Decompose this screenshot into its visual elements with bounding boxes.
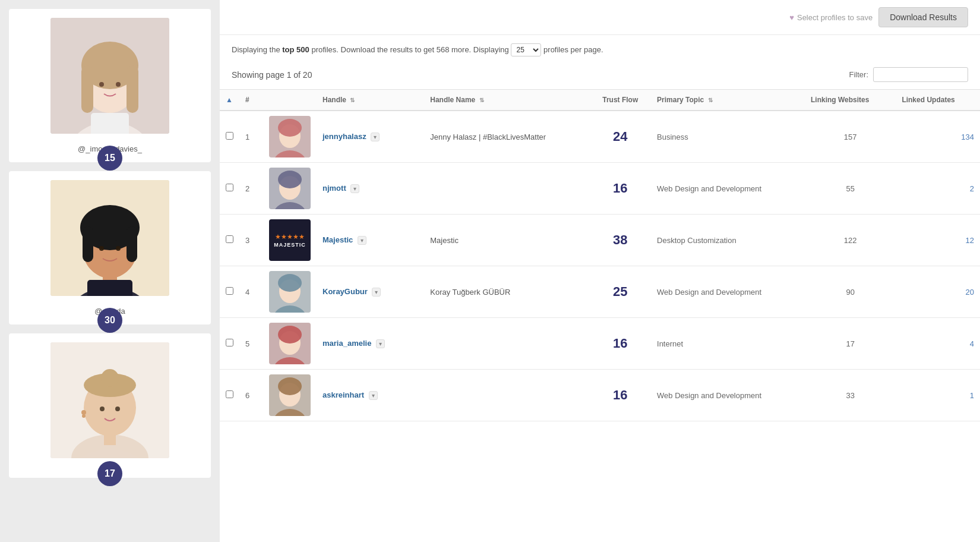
row-checkbox-4[interactable] (226, 287, 233, 295)
handle-dropdown-5[interactable]: ▾ (376, 339, 385, 348)
svg-rect-6 (127, 65, 138, 113)
row-checkbox-2[interactable] (226, 184, 233, 191)
download-results-button[interactable]: Download Results (878, 7, 968, 27)
row-primary-topic: Business (651, 111, 805, 163)
row-avatar-cell (263, 318, 317, 370)
row-handle-cell: KorayGubur ▾ (317, 266, 424, 318)
svg-point-48 (278, 326, 302, 344)
linked-updates-link-3[interactable]: 12 (966, 236, 974, 245)
svg-rect-16 (83, 226, 93, 262)
handle-link-4[interactable]: KorayGubur (323, 287, 368, 296)
col-sort[interactable]: ▲ (220, 90, 239, 111)
svg-rect-18 (87, 280, 132, 296)
handle-link-5[interactable]: maria_amelie (323, 339, 371, 348)
score-badge-1: 15 (97, 146, 122, 171)
row-handle-cell: Majestic ▾ (317, 215, 424, 266)
svg-rect-7 (91, 113, 129, 134)
row-checkbox-1[interactable] (226, 132, 233, 140)
row-linking-websites: 157 (805, 111, 896, 163)
row-checkbox-5[interactable] (226, 339, 233, 346)
row-handle-name (424, 318, 589, 370)
handle-link-1[interactable]: jennyhalasz (323, 132, 366, 141)
results-table-container: ▲ # Handle ⇅ Handle Name ⇅ Trust Flow Pr… (220, 89, 980, 421)
table-row: 5 maria_amelie ▾ 16 Internet 17 4 (220, 318, 980, 370)
row-checkbox-cell (220, 318, 239, 370)
svg-point-30 (115, 406, 120, 411)
handle-link-2[interactable]: njmott (323, 184, 346, 193)
svg-point-44 (278, 274, 302, 292)
primary-topic-sort-icon: ⇅ (708, 97, 713, 103)
row-avatar-cell (263, 111, 317, 163)
linked-updates-link-6[interactable]: 1 (970, 391, 974, 400)
row-linking-websites: 17 (805, 318, 896, 370)
handle-dropdown-4[interactable]: ▾ (372, 288, 381, 297)
table-row: 4 KorayGubur ▾ Koray Tuğberk GÜBÜR 25 We… (220, 266, 980, 318)
filter-area: Filter: (849, 67, 969, 82)
select-profiles-button[interactable]: ♥ Select profiles to save (789, 13, 872, 22)
row-rank: 2 (239, 163, 263, 215)
majestic-text: MAJESTIC (274, 242, 306, 248)
row-linking-websites: 122 (805, 215, 896, 266)
page-info-bar: Showing page 1 of 20 Filter: (220, 62, 980, 89)
handle-dropdown-3[interactable]: ▾ (358, 236, 366, 245)
handle-dropdown-1[interactable]: ▾ (371, 133, 380, 141)
main-content: ♥ Select profiles to save Download Resul… (220, 0, 980, 542)
profile-card-2: 30 @aleyda (9, 171, 211, 324)
info-bar: Displaying the top 500 profiles. Downloa… (220, 35, 980, 62)
avatar-3 (50, 342, 169, 458)
row-rank: 3 (239, 215, 263, 266)
majestic-logo: ★★★★★ MAJESTIC (269, 219, 311, 261)
row-handle-name: Koray Tuğberk GÜBÜR (424, 266, 589, 318)
row-checkbox-cell (220, 266, 239, 318)
handle-link-3[interactable]: Majestic (323, 235, 353, 244)
row-primary-topic: Internet (651, 318, 805, 370)
linked-updates-link-4[interactable]: 20 (966, 288, 974, 297)
col-primary-topic[interactable]: Primary Topic ⇅ (651, 90, 805, 111)
handle-dropdown-2[interactable]: ▾ (350, 184, 359, 193)
score-badge-2: 30 (97, 308, 122, 333)
row-rank: 1 (239, 111, 263, 163)
row-linked-updates: 20 (896, 266, 980, 318)
majestic-stars: ★★★★★ (275, 233, 305, 241)
profile-card-1: 15 @_imogendavies_ (9, 9, 211, 162)
handle-sort-icon: ⇅ (350, 97, 355, 103)
svg-rect-5 (81, 65, 93, 113)
row-handle-name: Majestic (424, 215, 589, 266)
svg-point-29 (100, 406, 105, 411)
row-linking-websites: 90 (805, 266, 896, 318)
linked-updates-link-2[interactable]: 2 (970, 184, 974, 193)
per-page-select[interactable]: 25 50 100 (511, 43, 541, 56)
svg-rect-17 (127, 226, 137, 262)
row-rank: 5 (239, 318, 263, 370)
row-avatar (269, 374, 311, 416)
row-handle-cell: njmott ▾ (317, 163, 424, 215)
handle-link-6[interactable]: askreinhart (323, 390, 364, 399)
col-handle-name[interactable]: Handle Name ⇅ (424, 90, 589, 111)
col-rank: # (239, 90, 263, 111)
row-handle-name (424, 370, 589, 421)
row-checkbox-6[interactable] (226, 390, 233, 398)
row-checkbox-3[interactable] (226, 235, 233, 243)
row-trust-flow: 16 (589, 318, 651, 370)
row-primary-topic: Web Design and Development (651, 266, 805, 318)
row-avatar (269, 323, 311, 364)
row-primary-topic: Web Design and Development (651, 370, 805, 421)
col-handle[interactable]: Handle ⇅ (317, 90, 424, 111)
row-linking-websites: 55 (805, 163, 896, 215)
info-prefix: Displaying the (232, 45, 280, 54)
svg-point-32 (82, 414, 86, 418)
row-linked-updates: 4 (896, 318, 980, 370)
svg-point-20 (116, 246, 121, 251)
row-trust-flow: 16 (589, 163, 651, 215)
linked-updates-link-1[interactable]: 134 (961, 133, 974, 141)
linked-updates-link-5[interactable]: 4 (970, 339, 974, 348)
row-avatar (269, 116, 311, 157)
svg-point-52 (278, 377, 302, 395)
col-linking-websites: Linking Websites (805, 90, 896, 111)
row-trust-flow: 16 (589, 370, 651, 421)
row-linking-websites: 33 (805, 370, 896, 421)
handle-dropdown-6[interactable]: ▾ (369, 391, 378, 400)
row-linked-updates: 2 (896, 163, 980, 215)
row-handle-cell: jennyhalasz ▾ (317, 111, 424, 163)
filter-input[interactable] (873, 67, 968, 82)
